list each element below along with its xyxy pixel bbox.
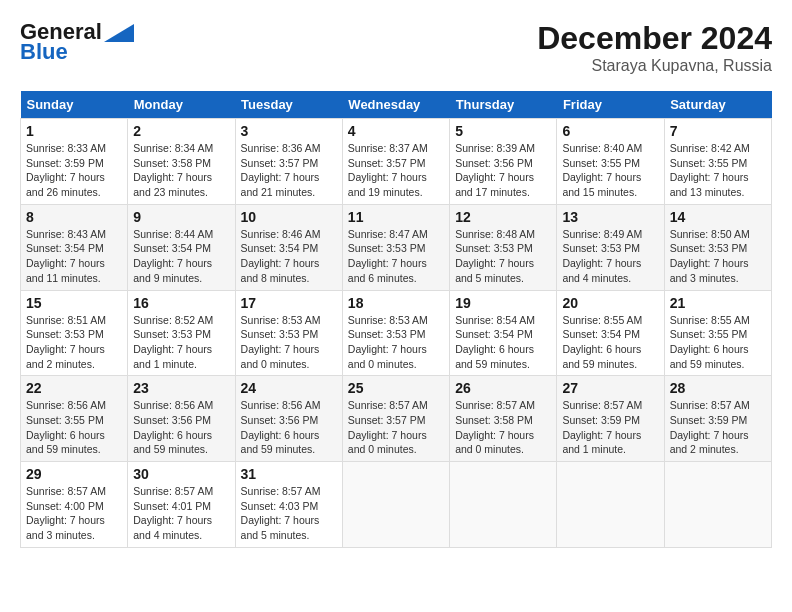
day-info: Sunrise: 8:57 AM Sunset: 4:03 PM Dayligh… [241, 484, 337, 543]
calendar-cell [557, 462, 664, 548]
day-info: Sunrise: 8:33 AM Sunset: 3:59 PM Dayligh… [26, 141, 122, 200]
day-number: 23 [133, 380, 229, 396]
day-info: Sunrise: 8:46 AM Sunset: 3:54 PM Dayligh… [241, 227, 337, 286]
calendar-cell: 4Sunrise: 8:37 AM Sunset: 3:57 PM Daylig… [342, 119, 449, 205]
day-number: 21 [670, 295, 766, 311]
day-info: Sunrise: 8:53 AM Sunset: 3:53 PM Dayligh… [348, 313, 444, 372]
day-number: 2 [133, 123, 229, 139]
logo: General Blue [20, 20, 134, 64]
day-info: Sunrise: 8:52 AM Sunset: 3:53 PM Dayligh… [133, 313, 229, 372]
day-number: 30 [133, 466, 229, 482]
day-number: 4 [348, 123, 444, 139]
day-info: Sunrise: 8:57 AM Sunset: 3:58 PM Dayligh… [455, 398, 551, 457]
location-title: Staraya Kupavna, Russia [537, 57, 772, 75]
day-number: 7 [670, 123, 766, 139]
day-info: Sunrise: 8:47 AM Sunset: 3:53 PM Dayligh… [348, 227, 444, 286]
day-number: 22 [26, 380, 122, 396]
calendar-cell: 1Sunrise: 8:33 AM Sunset: 3:59 PM Daylig… [21, 119, 128, 205]
calendar-cell: 9Sunrise: 8:44 AM Sunset: 3:54 PM Daylig… [128, 204, 235, 290]
calendar-cell: 26Sunrise: 8:57 AM Sunset: 3:58 PM Dayli… [450, 376, 557, 462]
calendar-cell: 6Sunrise: 8:40 AM Sunset: 3:55 PM Daylig… [557, 119, 664, 205]
calendar-cell: 10Sunrise: 8:46 AM Sunset: 3:54 PM Dayli… [235, 204, 342, 290]
calendar-cell: 2Sunrise: 8:34 AM Sunset: 3:58 PM Daylig… [128, 119, 235, 205]
day-number: 5 [455, 123, 551, 139]
day-number: 25 [348, 380, 444, 396]
day-of-week-header: Tuesday [235, 91, 342, 119]
calendar-cell [664, 462, 771, 548]
day-info: Sunrise: 8:53 AM Sunset: 3:53 PM Dayligh… [241, 313, 337, 372]
day-info: Sunrise: 8:48 AM Sunset: 3:53 PM Dayligh… [455, 227, 551, 286]
calendar-cell: 23Sunrise: 8:56 AM Sunset: 3:56 PM Dayli… [128, 376, 235, 462]
day-number: 13 [562, 209, 658, 225]
header-row: SundayMondayTuesdayWednesdayThursdayFrid… [21, 91, 772, 119]
day-number: 9 [133, 209, 229, 225]
day-number: 18 [348, 295, 444, 311]
day-info: Sunrise: 8:56 AM Sunset: 3:56 PM Dayligh… [241, 398, 337, 457]
day-info: Sunrise: 8:56 AM Sunset: 3:55 PM Dayligh… [26, 398, 122, 457]
day-info: Sunrise: 8:42 AM Sunset: 3:55 PM Dayligh… [670, 141, 766, 200]
day-number: 29 [26, 466, 122, 482]
calendar-table: SundayMondayTuesdayWednesdayThursdayFrid… [20, 91, 772, 548]
day-number: 20 [562, 295, 658, 311]
day-info: Sunrise: 8:49 AM Sunset: 3:53 PM Dayligh… [562, 227, 658, 286]
day-number: 15 [26, 295, 122, 311]
day-info: Sunrise: 8:54 AM Sunset: 3:54 PM Dayligh… [455, 313, 551, 372]
calendar-week-row: 29Sunrise: 8:57 AM Sunset: 4:00 PM Dayli… [21, 462, 772, 548]
calendar-cell: 18Sunrise: 8:53 AM Sunset: 3:53 PM Dayli… [342, 290, 449, 376]
day-info: Sunrise: 8:55 AM Sunset: 3:55 PM Dayligh… [670, 313, 766, 372]
calendar-week-row: 15Sunrise: 8:51 AM Sunset: 3:53 PM Dayli… [21, 290, 772, 376]
day-of-week-header: Sunday [21, 91, 128, 119]
day-number: 8 [26, 209, 122, 225]
calendar-cell: 20Sunrise: 8:55 AM Sunset: 3:54 PM Dayli… [557, 290, 664, 376]
day-of-week-header: Friday [557, 91, 664, 119]
day-info: Sunrise: 8:57 AM Sunset: 3:57 PM Dayligh… [348, 398, 444, 457]
day-info: Sunrise: 8:44 AM Sunset: 3:54 PM Dayligh… [133, 227, 229, 286]
day-info: Sunrise: 8:55 AM Sunset: 3:54 PM Dayligh… [562, 313, 658, 372]
calendar-cell: 29Sunrise: 8:57 AM Sunset: 4:00 PM Dayli… [21, 462, 128, 548]
calendar-cell: 16Sunrise: 8:52 AM Sunset: 3:53 PM Dayli… [128, 290, 235, 376]
day-info: Sunrise: 8:57 AM Sunset: 4:00 PM Dayligh… [26, 484, 122, 543]
day-number: 27 [562, 380, 658, 396]
day-number: 3 [241, 123, 337, 139]
calendar-cell: 24Sunrise: 8:56 AM Sunset: 3:56 PM Dayli… [235, 376, 342, 462]
page-header: General Blue December 2024 Staraya Kupav… [20, 20, 772, 75]
day-number: 17 [241, 295, 337, 311]
day-number: 1 [26, 123, 122, 139]
calendar-cell: 12Sunrise: 8:48 AM Sunset: 3:53 PM Dayli… [450, 204, 557, 290]
day-of-week-header: Thursday [450, 91, 557, 119]
calendar-cell: 27Sunrise: 8:57 AM Sunset: 3:59 PM Dayli… [557, 376, 664, 462]
calendar-cell [450, 462, 557, 548]
day-info: Sunrise: 8:57 AM Sunset: 4:01 PM Dayligh… [133, 484, 229, 543]
logo-blue-text: Blue [20, 40, 68, 64]
day-info: Sunrise: 8:34 AM Sunset: 3:58 PM Dayligh… [133, 141, 229, 200]
calendar-week-row: 1Sunrise: 8:33 AM Sunset: 3:59 PM Daylig… [21, 119, 772, 205]
day-number: 12 [455, 209, 551, 225]
day-info: Sunrise: 8:40 AM Sunset: 3:55 PM Dayligh… [562, 141, 658, 200]
day-info: Sunrise: 8:37 AM Sunset: 3:57 PM Dayligh… [348, 141, 444, 200]
title-block: December 2024 Staraya Kupavna, Russia [537, 20, 772, 75]
day-of-week-header: Saturday [664, 91, 771, 119]
calendar-cell: 13Sunrise: 8:49 AM Sunset: 3:53 PM Dayli… [557, 204, 664, 290]
day-info: Sunrise: 8:43 AM Sunset: 3:54 PM Dayligh… [26, 227, 122, 286]
calendar-cell: 14Sunrise: 8:50 AM Sunset: 3:53 PM Dayli… [664, 204, 771, 290]
calendar-cell: 8Sunrise: 8:43 AM Sunset: 3:54 PM Daylig… [21, 204, 128, 290]
month-title: December 2024 [537, 20, 772, 57]
calendar-cell: 17Sunrise: 8:53 AM Sunset: 3:53 PM Dayli… [235, 290, 342, 376]
calendar-cell: 31Sunrise: 8:57 AM Sunset: 4:03 PM Dayli… [235, 462, 342, 548]
calendar-cell: 5Sunrise: 8:39 AM Sunset: 3:56 PM Daylig… [450, 119, 557, 205]
day-number: 14 [670, 209, 766, 225]
day-number: 28 [670, 380, 766, 396]
calendar-cell: 25Sunrise: 8:57 AM Sunset: 3:57 PM Dayli… [342, 376, 449, 462]
day-number: 24 [241, 380, 337, 396]
day-number: 16 [133, 295, 229, 311]
calendar-week-row: 22Sunrise: 8:56 AM Sunset: 3:55 PM Dayli… [21, 376, 772, 462]
svg-marker-0 [104, 24, 134, 42]
day-number: 26 [455, 380, 551, 396]
day-info: Sunrise: 8:51 AM Sunset: 3:53 PM Dayligh… [26, 313, 122, 372]
calendar-cell: 3Sunrise: 8:36 AM Sunset: 3:57 PM Daylig… [235, 119, 342, 205]
calendar-cell: 21Sunrise: 8:55 AM Sunset: 3:55 PM Dayli… [664, 290, 771, 376]
calendar-cell: 15Sunrise: 8:51 AM Sunset: 3:53 PM Dayli… [21, 290, 128, 376]
day-info: Sunrise: 8:57 AM Sunset: 3:59 PM Dayligh… [670, 398, 766, 457]
day-info: Sunrise: 8:56 AM Sunset: 3:56 PM Dayligh… [133, 398, 229, 457]
calendar-cell: 30Sunrise: 8:57 AM Sunset: 4:01 PM Dayli… [128, 462, 235, 548]
